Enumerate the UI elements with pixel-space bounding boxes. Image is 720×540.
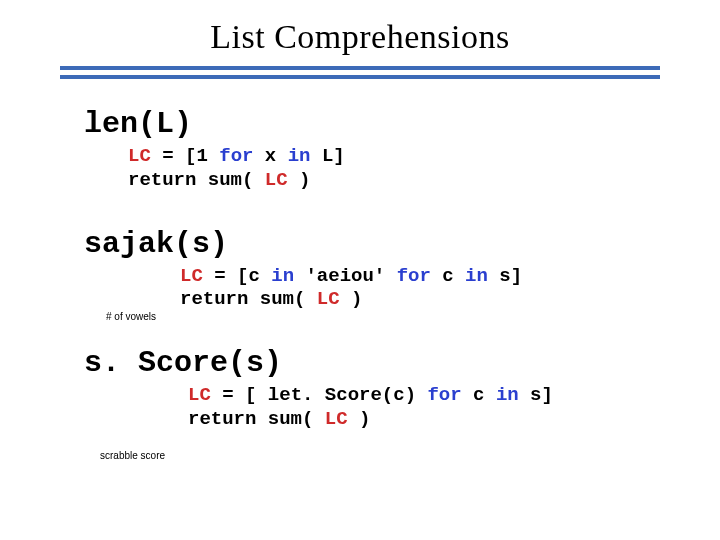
code-text: 'aeiou' (294, 265, 397, 287)
var-lc: LC (265, 169, 288, 191)
code-sscore: LC = [ let. Score(c) for c in s] return … (188, 384, 636, 432)
code-len: LC = [1 for x in L] return sum( LC ) (128, 145, 636, 193)
code-text: = [ let. Score(c) (211, 384, 428, 406)
code-text: ) (288, 169, 311, 191)
code-text: = [1 (151, 145, 219, 167)
kw-in: in (288, 145, 311, 167)
kw-in: in (465, 265, 488, 287)
code-text: x (253, 145, 287, 167)
rule-line (60, 66, 660, 70)
kw-for: for (427, 384, 461, 406)
block-len: len(L) LC = [1 for x in L] return sum( L… (84, 107, 636, 193)
code-text: return sum( (180, 288, 317, 310)
kw-in: in (271, 265, 294, 287)
block-sscore: s. Score(s) LC = [ let. Score(c) for c i… (84, 346, 636, 432)
code-text: return sum( (128, 169, 265, 191)
kw-for: for (219, 145, 253, 167)
code-text: s] (519, 384, 553, 406)
block-sajak: sajak(s) LC = [c in 'aeiou' for c in s] … (84, 227, 636, 313)
var-lc: LC (180, 265, 203, 287)
func-name-sajak: sajak(s) (84, 227, 636, 261)
var-lc: LC (188, 384, 211, 406)
code-text: ) (340, 288, 363, 310)
code-text: = [c (203, 265, 271, 287)
rule-line (60, 75, 660, 79)
code-sajak: LC = [c in 'aeiou' for c in s] return su… (180, 265, 636, 313)
code-text: c (431, 265, 465, 287)
var-lc: LC (128, 145, 151, 167)
note-vowels: # of vowels (106, 311, 156, 322)
var-lc: LC (317, 288, 340, 310)
func-name-len: len(L) (84, 107, 636, 141)
kw-for: for (397, 265, 431, 287)
func-name-sscore: s. Score(s) (84, 346, 636, 380)
code-text: s] (488, 265, 522, 287)
var-lc: LC (325, 408, 348, 430)
title-rules (60, 66, 660, 79)
slide-content: len(L) LC = [1 for x in L] return sum( L… (0, 107, 720, 432)
kw-in: in (496, 384, 519, 406)
code-text: return sum( (188, 408, 325, 430)
code-text: L] (310, 145, 344, 167)
code-text: c (462, 384, 496, 406)
code-text: ) (348, 408, 371, 430)
note-scrabble: scrabble score (100, 450, 165, 461)
slide-title: List Comprehensions (0, 0, 720, 66)
